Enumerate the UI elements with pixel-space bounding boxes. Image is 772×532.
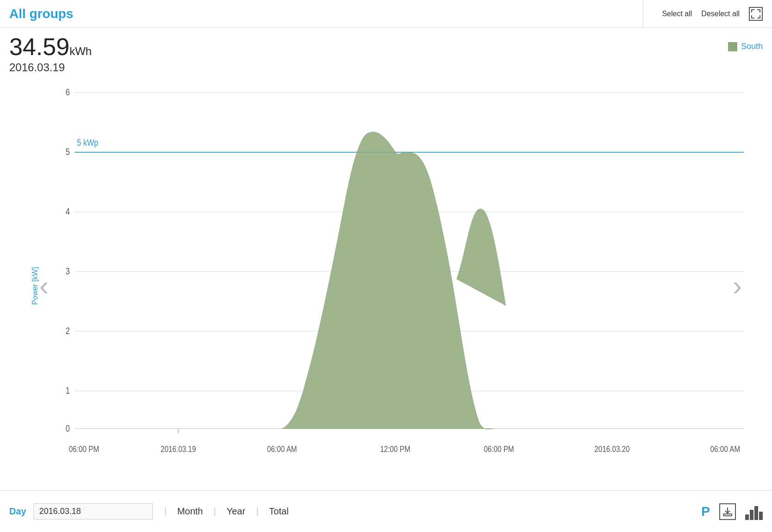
bar-medium2 — [759, 512, 763, 520]
p-icon[interactable]: P — [701, 504, 710, 519]
svg-text:4: 4 — [66, 206, 70, 217]
bar-small — [745, 514, 749, 520]
tab-year[interactable]: Year — [223, 506, 249, 517]
export-icon[interactable] — [719, 503, 736, 520]
svg-text:06:00 PM: 06:00 PM — [484, 444, 514, 454]
y-axis-label: Power [kW] — [31, 267, 39, 305]
date-input[interactable] — [33, 503, 153, 520]
next-arrow[interactable]: › — [733, 272, 742, 300]
prev-arrow[interactable]: ‹ — [39, 272, 49, 300]
footer: Day | Month | Year | Total P — [0, 490, 772, 532]
bar-medium — [750, 510, 753, 520]
tab-month[interactable]: Month — [174, 506, 207, 517]
footer-icons: P — [701, 503, 763, 520]
legend: South — [700, 35, 763, 51]
stats-area: 34.59kWh 2016.03.19 South — [0, 28, 772, 76]
svg-text:1: 1 — [66, 385, 70, 396]
chart-type-icon[interactable] — [745, 503, 763, 520]
expand-icon[interactable] — [749, 7, 763, 21]
svg-text:2016.03.20: 2016.03.20 — [594, 444, 629, 454]
svg-rect-24 — [723, 514, 732, 516]
chart-container: Power [kW] ‹ › 6 5 4 3 2 — [0, 76, 772, 490]
header-actions: Select all Deselect all — [643, 7, 763, 21]
svg-text:2016.03.19: 2016.03.19 — [161, 444, 196, 454]
svg-text:0: 0 — [66, 423, 70, 433]
svg-text:12:00 PM: 12:00 PM — [380, 444, 410, 454]
page-title: All groups — [9, 0, 643, 27]
energy-display: 34.59kWh — [9, 35, 700, 59]
svg-text:5 kWp: 5 kWp — [77, 137, 98, 148]
separator-2: | — [214, 506, 216, 517]
deselect-all-button[interactable]: Deselect all — [701, 10, 740, 18]
svg-text:2: 2 — [66, 326, 70, 336]
separator-1: | — [164, 506, 167, 517]
stats-values: 34.59kWh 2016.03.19 — [9, 35, 700, 74]
svg-text:6: 6 — [66, 87, 70, 98]
separator-3: | — [256, 506, 258, 517]
bar-large — [754, 506, 758, 520]
svg-text:06:00 PM: 06:00 PM — [69, 444, 99, 454]
stats-date: 2016.03.19 — [9, 61, 700, 74]
svg-text:3: 3 — [66, 266, 70, 277]
tab-total[interactable]: Total — [265, 506, 292, 517]
svg-text:06:00 AM: 06:00 AM — [710, 444, 741, 454]
legend-label: South — [741, 42, 763, 51]
tab-day[interactable]: Day — [9, 506, 26, 517]
energy-unit: kWh — [69, 45, 92, 57]
svg-text:06:00 AM: 06:00 AM — [267, 444, 297, 454]
header: All groups Select all Deselect all — [0, 0, 772, 28]
svg-text:5: 5 — [66, 147, 70, 157]
energy-number: 34.59 — [9, 33, 69, 60]
select-all-button[interactable]: Select all — [662, 10, 692, 18]
legend-color-box — [728, 42, 737, 51]
